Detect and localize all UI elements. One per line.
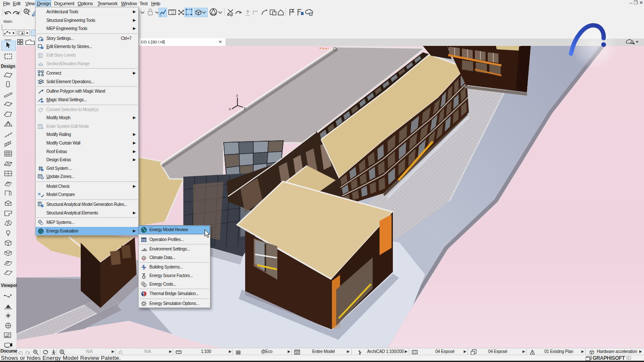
svg-text:12: 12	[171, 12, 174, 15]
svg-text:y: y	[244, 106, 246, 110]
svg-text:¢: ¢	[144, 284, 146, 287]
svg-text:x: x	[229, 107, 231, 111]
svg-text:z: z	[236, 94, 238, 98]
